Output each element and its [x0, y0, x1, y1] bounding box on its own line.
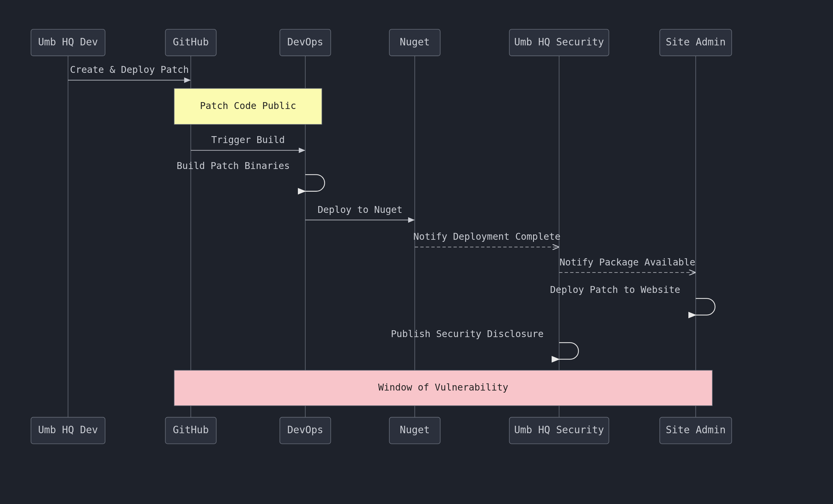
message-label: Trigger Build	[211, 134, 285, 145]
message-label: Notify Package Available	[560, 257, 695, 268]
actor-label-devops: DevOps	[287, 36, 323, 48]
actor-box-github: GitHub	[165, 418, 216, 444]
actor-label-siteadmin: Site Admin	[666, 424, 725, 436]
actor-label-nuget: Nuget	[400, 424, 430, 436]
actor-box-github: GitHub	[165, 29, 216, 56]
message-label: Create & Deploy Patch	[70, 64, 189, 75]
actor-label-security: Umb HQ Security	[514, 36, 604, 48]
self-message-loop	[559, 343, 578, 359]
actor-box-security: Umb HQ Security	[509, 418, 609, 444]
actor-label-github: GitHub	[173, 36, 209, 48]
self-message-label: Build Patch Binaries	[176, 160, 290, 171]
actor-label-devops: DevOps	[287, 424, 323, 436]
self-message-label: Publish Security Disclosure	[391, 328, 544, 339]
self-message-label: Deploy Patch to Website	[550, 284, 680, 295]
actor-box-umbhqdev: Umb HQ Dev	[31, 29, 105, 56]
actor-label-siteadmin: Site Admin	[666, 36, 725, 48]
actor-label-umbhqdev: Umb HQ Dev	[38, 424, 98, 436]
actor-box-nuget: Nuget	[389, 418, 440, 444]
actor-box-umbhqdev: Umb HQ Dev	[31, 418, 105, 444]
self-message-loop	[305, 175, 325, 192]
actor-box-devops: DevOps	[280, 418, 331, 444]
note-label: Patch Code Public	[200, 100, 296, 111]
sequence-diagram: Umb HQ DevGitHubDevOpsNugetUmb HQ Securi…	[0, 0, 816, 498]
message-label: Deploy to Nuget	[317, 204, 402, 215]
actor-box-nuget: Nuget	[389, 29, 440, 56]
actor-label-security: Umb HQ Security	[514, 424, 604, 436]
actor-label-umbhqdev: Umb HQ Dev	[38, 36, 98, 48]
note-label: Window of Vulnerability	[378, 382, 508, 393]
actor-box-siteadmin: Site Admin	[660, 418, 732, 444]
actor-box-siteadmin: Site Admin	[660, 29, 732, 56]
actor-box-security: Umb HQ Security	[509, 29, 609, 56]
actor-label-github: GitHub	[173, 424, 209, 436]
actor-label-nuget: Nuget	[400, 36, 430, 48]
message-label: Notify Deployment Complete	[413, 231, 561, 242]
actor-box-devops: DevOps	[280, 29, 331, 56]
self-message-loop	[695, 299, 715, 315]
